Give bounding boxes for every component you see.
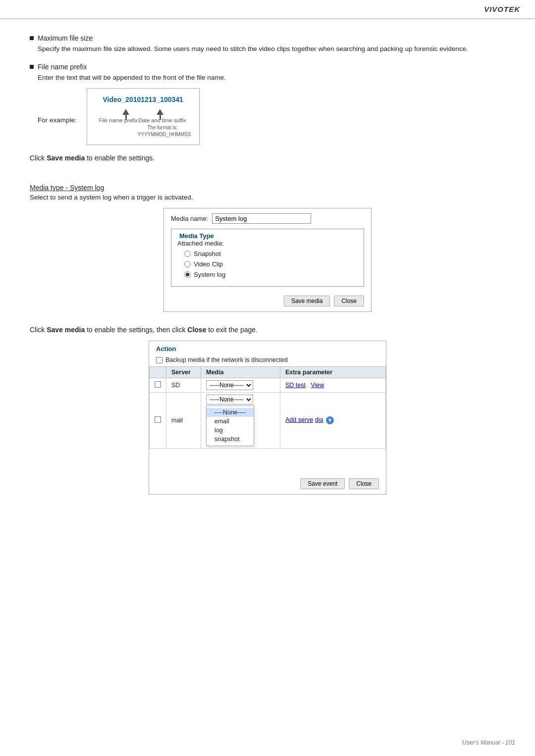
backup-label: Backup media if the network is disconnec…: [165, 356, 288, 363]
row-sd-media: -----None-----: [201, 378, 280, 393]
max-file-size-heading: Maximum file size: [38, 34, 93, 42]
row-mail-server: mail: [166, 393, 201, 449]
media-type-desc: Select to send a system log when a trigg…: [30, 194, 505, 201]
row-sd-extra: SD test View: [280, 378, 386, 393]
row-mail-checkbox[interactable]: [155, 416, 161, 423]
file-name-prefix-desc: Enter the text that will be appended to …: [38, 73, 505, 83]
example-filename-box: Video_20101213_100341 File name prefix D…: [87, 88, 200, 146]
dropdown-popup: ----None---- email log snapshot: [206, 405, 254, 446]
row-mail-media-select[interactable]: -----None-----: [206, 395, 253, 404]
radio-systemlog[interactable]: System log: [184, 271, 358, 278]
row-mail-extra: Add serve dia ▼: [280, 393, 386, 449]
save-media-instruction-1: Click Save media to enable the settings.: [30, 154, 505, 162]
max-file-size-desc: Specify the maximum file size allowed. S…: [38, 44, 505, 54]
system-log-dialog: Media name: Media Type Attached media: S…: [163, 208, 372, 312]
save-event-button[interactable]: Save event: [300, 478, 345, 489]
media-type-fieldset: Media Type Attached media: Snapshot Vide…: [171, 229, 364, 287]
label-datetime: Date and time suffix The format is: YYYY…: [138, 117, 187, 138]
footer-text: User's Manual - 101: [462, 739, 515, 746]
radio-videoclip-icon: [184, 261, 191, 267]
backup-checkbox[interactable]: [156, 357, 162, 363]
radio-videoclip[interactable]: Video Clip: [184, 260, 358, 268]
table-row: SD -----None----- SD test View: [150, 378, 386, 393]
view-link[interactable]: View: [311, 382, 324, 389]
radio-snapshot-icon: [184, 251, 191, 257]
radio-videoclip-label: Video Clip: [194, 260, 223, 268]
attached-media-label: Attached media:: [177, 240, 358, 247]
arrow-datetime-icon: [157, 109, 163, 115]
row-mail-media: -----None----- ----None---- email log sn…: [201, 393, 280, 449]
row-sd-server: SD: [166, 378, 201, 393]
save-close-instruction: Click Save media to enable the settings,…: [30, 326, 505, 334]
dialog-buttons: Save media Close: [164, 292, 371, 311]
row-sd-media-select[interactable]: -----None-----: [206, 380, 253, 390]
dialog-close-button[interactable]: Close: [334, 296, 364, 306]
media-name-label: Media name:: [171, 215, 208, 222]
action-buttons: Save event Close: [149, 473, 386, 494]
media-name-input[interactable]: [212, 213, 311, 224]
dropdown-item-snapshot[interactable]: snapshot: [207, 435, 254, 444]
file-name-prefix-heading: File name prefix: [38, 63, 87, 71]
radio-snapshot[interactable]: Snapshot: [184, 250, 358, 257]
sd-test-link[interactable]: SD test: [285, 382, 306, 389]
save-media-button[interactable]: Save media: [284, 296, 330, 306]
fieldset-legend: Media Type: [177, 232, 358, 240]
action-box: Action Backup media if the network is di…: [149, 341, 386, 495]
action-legend: Action: [149, 341, 386, 353]
radio-systemlog-label: System log: [194, 271, 225, 278]
row-mail-checkbox-cell: [150, 393, 166, 449]
media-type-heading: Media type - System log: [30, 184, 104, 192]
arrow-prefix-icon: [122, 109, 129, 115]
col-extra-header: Extra parameter: [280, 367, 386, 378]
action-table: Server Media Extra parameter SD -----Non…: [149, 366, 386, 449]
brand-label: VIVOTEK: [484, 5, 520, 13]
add-media-partial[interactable]: dia: [315, 416, 323, 423]
table-row: mail -----None----- ----None---- email l…: [150, 393, 386, 449]
dropdown-arrow-icon[interactable]: ▼: [326, 416, 334, 424]
page-footer: User's Manual - 101: [462, 739, 515, 746]
radio-snapshot-label: Snapshot: [194, 250, 221, 257]
bullet-icon-1: [30, 36, 34, 40]
label-prefix: File name prefix: [99, 117, 138, 138]
bullet-icon-2: [30, 65, 34, 69]
row-sd-checkbox[interactable]: [155, 381, 161, 388]
col-media-header: Media: [201, 367, 280, 378]
row-sd-checkbox-cell: [150, 378, 166, 393]
dropdown-item-log[interactable]: log: [207, 426, 254, 435]
example-filename-text: Video_20101213_100341: [99, 95, 187, 105]
action-close-button[interactable]: Close: [349, 478, 379, 489]
for-example-label: For example: Video_20101213_100341 File …: [38, 84, 505, 146]
col-checkbox-header: [150, 367, 166, 378]
add-server-link[interactable]: Add serve: [285, 416, 313, 423]
dropdown-item-none[interactable]: ----None----: [207, 408, 254, 417]
col-server-header: Server: [166, 367, 201, 378]
dropdown-item-email[interactable]: email: [207, 417, 254, 426]
radio-systemlog-icon: [184, 271, 191, 278]
backup-checkbox-row: Backup media if the network is disconnec…: [149, 353, 386, 366]
